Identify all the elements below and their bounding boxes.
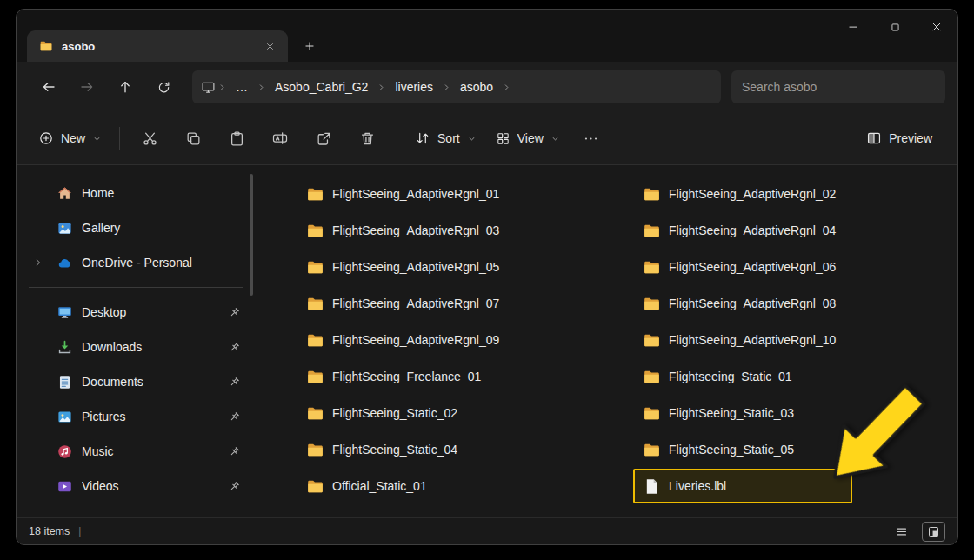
file-name: FlightSeeing_AdaptiveRgnl_04 — [669, 223, 836, 237]
file-name: FlightSeeing_AdaptiveRgnl_06 — [669, 260, 836, 274]
file-row[interactable]: FlightSeeing_AdaptiveRgnl_04 — [633, 212, 845, 249]
paste-button[interactable] — [219, 123, 254, 154]
forward-button[interactable] — [70, 71, 103, 103]
close-button[interactable] — [916, 10, 957, 44]
breadcrumb-segment[interactable]: Asobo_Cabri_G2 — [268, 77, 375, 97]
new-tab-button[interactable] — [297, 33, 323, 59]
new-button[interactable]: New — [29, 123, 111, 153]
chevron-down-icon — [550, 134, 560, 143]
breadcrumb-segment[interactable]: asobo — [453, 77, 500, 97]
cut-button[interactable] — [132, 123, 167, 154]
sidebar-item[interactable]: Gallery — [22, 210, 250, 245]
file-row[interactable]: FlightSeeing_AdaptiveRgnl_07 — [297, 285, 509, 322]
refresh-button[interactable] — [147, 71, 180, 103]
file-explorer-window: asobo — [16, 9, 958, 545]
search-input[interactable] — [742, 80, 935, 94]
chevron-down-icon — [467, 134, 477, 143]
large-thumbnails-view-button[interactable] — [922, 522, 945, 542]
tab-asobo[interactable]: asobo — [27, 30, 288, 62]
pin-icon — [228, 445, 241, 458]
share-button[interactable] — [306, 123, 341, 154]
expand-chevron-icon[interactable] — [33, 257, 43, 268]
folder-icon — [306, 477, 324, 496]
rename-button[interactable] — [263, 123, 297, 154]
delete-button[interactable] — [350, 123, 384, 154]
item-count: 18 items — [29, 525, 70, 537]
preview-button[interactable]: Preview — [857, 123, 942, 153]
preview-label: Preview — [889, 131, 932, 145]
sidebar-item-label: Documents — [82, 375, 219, 389]
folder-icon — [306, 295, 324, 313]
sidebar-item[interactable]: Desktop — [22, 295, 250, 330]
file-row[interactable]: FlightSeeing_AdaptiveRgnl_05 — [297, 249, 509, 285]
file-row[interactable]: FlightSeeing_Freelance_01 — [297, 358, 490, 395]
file-row[interactable]: FlightSeeing_Static_02 — [297, 395, 467, 431]
file-row[interactable]: Official_Static_01 — [297, 468, 437, 504]
file-row[interactable]: FlightSeeing_Static_05 — [633, 431, 804, 468]
sort-button[interactable]: Sort — [405, 123, 486, 153]
view-button[interactable]: View — [486, 124, 570, 153]
details-view-button[interactable] — [890, 522, 913, 542]
file-row[interactable]: Liveries.lbl — [633, 469, 852, 503]
file-name: FlightSeeing_Freelance_01 — [332, 370, 481, 383]
toolbar-separator — [397, 127, 397, 150]
file-name: FlightSeeing_AdaptiveRgnl_10 — [669, 333, 836, 347]
file-name: FlightSeeing_AdaptiveRgnl_05 — [332, 260, 499, 274]
sidebar-item-icon — [57, 304, 73, 321]
breadcrumb: Asobo_Cabri_G2 liveries asobo — [268, 77, 511, 97]
more-icon — [583, 130, 599, 147]
share-icon — [316, 130, 332, 147]
file-name: FlightSeeing_AdaptiveRgnl_03 — [332, 223, 499, 237]
folder-icon — [306, 441, 324, 459]
cut-icon — [142, 130, 158, 147]
sidebar-item-icon — [57, 185, 73, 202]
pin-icon — [228, 376, 241, 389]
window-controls — [832, 10, 957, 44]
sidebar-item[interactable]: Music — [22, 434, 250, 469]
file-name: FlightSeeing_Static_03 — [669, 406, 794, 420]
file-name: FlightSeeing_Static_04 — [332, 443, 457, 457]
sidebar-item[interactable]: OneDrive - Personal — [22, 245, 250, 280]
navigation-bar: … Asobo_Cabri_G2 liveries asobo — [17, 62, 957, 112]
pin-icon — [228, 341, 241, 354]
sidebar-item-label: Gallery — [82, 221, 241, 235]
file-row[interactable]: FlightSeeing_Static_03 — [633, 395, 804, 431]
minimize-button[interactable] — [832, 10, 874, 44]
folder-icon — [306, 331, 324, 350]
file-row[interactable]: FlightSeeing_AdaptiveRgnl_10 — [633, 322, 845, 358]
sidebar-item[interactable]: Home — [22, 176, 250, 210]
file-row[interactable]: FlightSeeing_AdaptiveRgnl_01 — [297, 176, 509, 212]
close-icon — [931, 21, 943, 33]
file-row[interactable]: Flightseeing_Static_01 — [633, 358, 802, 395]
details-view-icon — [895, 525, 908, 538]
sidebar-item[interactable]: Downloads — [22, 330, 250, 364]
tab-close-button[interactable] — [260, 37, 279, 56]
maximize-button[interactable] — [874, 10, 916, 44]
sidebar-pinned-list: Desktop Downloads Do — [17, 295, 255, 503]
sidebar-item[interactable]: Videos — [22, 469, 250, 503]
more-options-button[interactable] — [574, 123, 609, 154]
rename-icon — [271, 130, 289, 147]
sidebar-item[interactable]: Pictures — [22, 399, 250, 434]
up-button[interactable] — [109, 71, 142, 103]
sidebar-scrollbar[interactable] — [250, 174, 253, 296]
breadcrumb-overflow[interactable]: … — [229, 77, 255, 97]
copy-button[interactable] — [176, 123, 210, 154]
file-row[interactable]: FlightSeeing_AdaptiveRgnl_08 — [633, 285, 845, 322]
file-row[interactable]: FlightSeeing_AdaptiveRgnl_09 — [297, 322, 509, 358]
file-row[interactable]: FlightSeeing_AdaptiveRgnl_06 — [633, 249, 845, 285]
up-icon — [117, 79, 133, 95]
folder-icon — [643, 258, 661, 277]
back-button[interactable] — [32, 71, 65, 103]
folder-icon — [306, 222, 324, 240]
file-row[interactable]: FlightSeeing_AdaptiveRgnl_02 — [633, 176, 845, 212]
sidebar-item-icon — [57, 374, 73, 390]
address-bar[interactable]: … Asobo_Cabri_G2 liveries asobo — [192, 70, 721, 103]
breadcrumb-segment[interactable]: liveries — [388, 77, 440, 97]
file-row[interactable]: FlightSeeing_AdaptiveRgnl_03 — [297, 212, 509, 249]
chevron-right-icon — [502, 83, 511, 92]
file-row[interactable]: FlightSeeing_Static_04 — [297, 431, 467, 468]
sidebar-item-label: Downloads — [82, 340, 219, 354]
file-name: Liveries.lbl — [669, 479, 726, 493]
sidebar-item[interactable]: Documents — [22, 364, 250, 399]
